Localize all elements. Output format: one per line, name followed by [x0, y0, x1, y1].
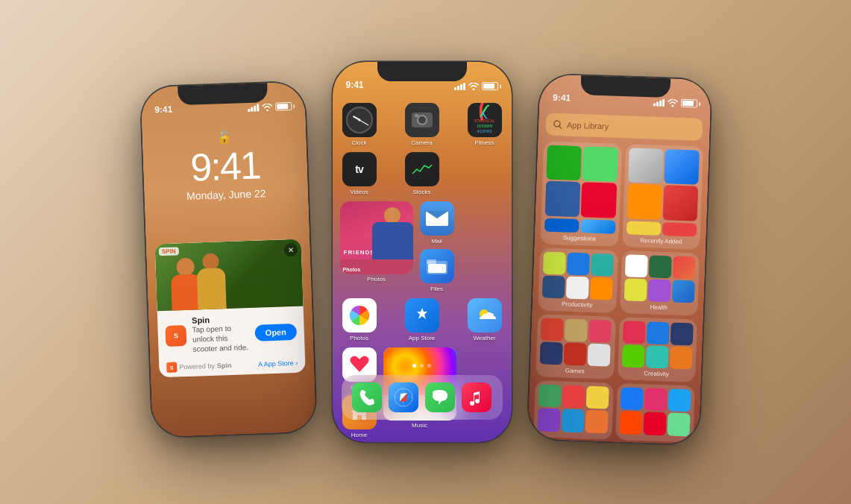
lib-app-prod6[interactable] — [590, 277, 613, 300]
lib-app-recent2[interactable] — [663, 149, 699, 185]
lib-app-wechat[interactable] — [546, 145, 582, 181]
status-icons-3 — [653, 98, 697, 107]
notif-powered-by: Powered by — [179, 362, 215, 371]
app-library-search-bar[interactable]: App Library — [545, 113, 703, 140]
lib-app-doordash[interactable] — [580, 182, 616, 218]
app-camera[interactable]: Camera — [403, 103, 442, 146]
lib-app-u2[interactable] — [562, 385, 585, 409]
dock-messages[interactable] — [425, 382, 455, 412]
lib-folder-util-grid — [537, 385, 609, 434]
app-files[interactable]: Files — [418, 249, 456, 292]
lib-folder-suggestions[interactable]: Suggestions — [540, 141, 621, 246]
app-clock[interactable]: Clock — [340, 103, 379, 146]
lib-app-games1[interactable] — [540, 318, 563, 341]
app-stocks[interactable]: Stocks — [403, 152, 442, 195]
lib-app-games5[interactable] — [563, 343, 586, 366]
notif-image: SPIN ✕ — [154, 239, 303, 312]
lib-app-s2[interactable] — [644, 388, 667, 411]
lib-app-prod3[interactable] — [591, 253, 614, 276]
lib-app-safari[interactable] — [580, 219, 615, 234]
appletv-label: Videos — [340, 189, 379, 195]
lib-app-s3[interactable] — [668, 389, 691, 412]
lib-folder-productivity[interactable]: Productivity — [538, 248, 618, 313]
fitness-label: Fitness — [465, 139, 504, 146]
lib-app-health3[interactable] — [672, 256, 695, 279]
dock-safari[interactable] — [389, 382, 418, 412]
wifi-icon-2 — [468, 83, 479, 90]
app-mail[interactable]: Mail — [418, 201, 456, 245]
lib-app-cr3[interactable] — [670, 322, 693, 345]
app-appstore[interactable]: App Store — [403, 298, 442, 341]
lib-app-health4[interactable] — [624, 278, 647, 301]
lib-app-u3[interactable] — [585, 386, 609, 409]
lib-app-games3[interactable] — [588, 319, 612, 342]
lib-app-games4[interactable] — [539, 341, 562, 365]
stocks-chart — [411, 162, 433, 177]
lib-folder-social[interactable] — [615, 383, 694, 442]
notif-close[interactable]: ✕ — [283, 243, 298, 257]
notif-store-link[interactable]: A App Store › — [258, 359, 298, 368]
lib-app-games2[interactable] — [564, 318, 587, 341]
lib-app-prod5[interactable] — [565, 276, 588, 299]
lib-folder-suggestions-grid — [544, 145, 618, 218]
lib-suggestions-label: Suggestions — [544, 233, 615, 242]
lib-folder-utilities[interactable] — [533, 380, 613, 439]
lib-app-recent6[interactable] — [662, 221, 697, 236]
lib-folder-recently-added[interactable]: Recently Added — [621, 144, 703, 249]
lib-app-s4[interactable] — [618, 411, 641, 434]
lib-app-health6[interactable] — [671, 280, 694, 303]
wifi-icon-1 — [262, 103, 272, 110]
notification-card[interactable]: SPIN ✕ S Spin Tap open to unlock this sc… — [154, 239, 305, 378]
lib-app-recent4[interactable] — [662, 185, 698, 221]
lib-app-prod4[interactable] — [541, 275, 565, 298]
notif-open-button[interactable]: Open — [254, 323, 297, 341]
lib-app-u6[interactable] — [585, 410, 608, 433]
lib-app-cr1[interactable] — [622, 321, 645, 344]
lib-app-cr5[interactable] — [645, 345, 668, 368]
lib-folder-health[interactable]: Health — [619, 251, 699, 316]
lib-app-recent5[interactable] — [626, 221, 661, 236]
lib-app-health1[interactable] — [624, 254, 647, 277]
lib-folder-games[interactable]: Games — [536, 314, 615, 379]
status-icons-1 — [248, 102, 292, 112]
lib-app-cr4[interactable] — [621, 344, 644, 368]
dot-2 — [420, 364, 424, 368]
photos-label: Photos — [340, 335, 379, 341]
lib-app-recent1[interactable] — [627, 148, 663, 183]
lib-app-u1[interactable] — [538, 385, 561, 408]
status-time-1: 9:41 — [154, 104, 173, 115]
lib-app-cr6[interactable] — [669, 346, 692, 369]
lib-app-dropbox[interactable] — [544, 218, 579, 233]
lib-app-s6[interactable] — [667, 413, 690, 436]
lib-app-health2[interactable] — [648, 255, 671, 278]
notif-body: Tap open to unlock this scooter and ride… — [192, 323, 249, 354]
lib-app-u4[interactable] — [537, 409, 560, 432]
dock-music[interactable] — [462, 382, 492, 412]
lib-app-s5[interactable] — [643, 412, 666, 435]
app-appletv[interactable]: tv Videos — [340, 152, 379, 195]
lib-app-prod2[interactable] — [567, 252, 590, 275]
lib-app-messages[interactable] — [582, 146, 618, 182]
music-icon-svg — [462, 382, 492, 412]
app-fitness[interactable]: 375/500CAL 19/30MIN 4/12HRS Fitness — [465, 103, 504, 146]
dock-phone[interactable] — [352, 382, 382, 412]
app-weather[interactable]: Weather — [465, 298, 504, 341]
lib-folder-creativity[interactable]: Creativity — [617, 317, 697, 382]
lib-app-cr2[interactable] — [646, 321, 669, 344]
app-photos[interactable]: Photos — [340, 298, 379, 341]
empty-icon — [468, 152, 502, 186]
lib-app-recent3[interactable] — [627, 184, 662, 220]
lib-app-s1[interactable] — [620, 387, 643, 410]
appstore-icon-wrap — [405, 298, 439, 333]
lib-app-u5[interactable] — [561, 409, 584, 432]
photos-widget-wrap[interactable]: FRIENDS Photos Photos — [340, 201, 413, 292]
lib-app-darkcloud[interactable] — [544, 181, 580, 217]
lib-folder-prod-grid — [541, 251, 614, 300]
lib-recently-added-label: Recently Added — [625, 236, 696, 245]
lib-app-prod1[interactable] — [542, 251, 565, 274]
weather-label: Weather — [465, 335, 504, 341]
lib-app-games6[interactable] — [587, 344, 610, 367]
lib-app-health5[interactable] — [647, 279, 671, 302]
fitness-icon-wrap: 375/500CAL 19/30MIN 4/12HRS — [468, 103, 502, 137]
mail-files-stack: Mail — [418, 201, 456, 292]
